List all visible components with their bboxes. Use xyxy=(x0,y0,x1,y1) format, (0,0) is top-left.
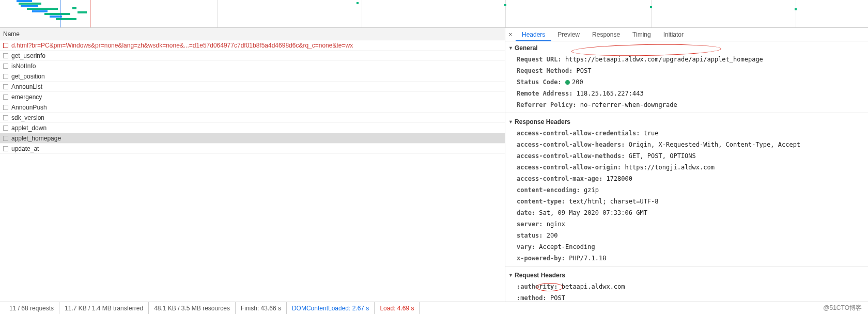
file-icon xyxy=(3,146,8,151)
status-finish: Finish: 43.66 s xyxy=(236,302,287,314)
response-header-row: access-control-max-age: 1728000 xyxy=(505,173,868,184)
response-header-row: content-type: text/html; charset=UTF-8 xyxy=(505,196,868,207)
response-header-row: access-control-allow-headers: Origin, X-… xyxy=(505,139,868,150)
file-icon xyxy=(3,84,8,89)
file-icon xyxy=(3,53,8,58)
response-header-row: content-encoding: gzip xyxy=(505,184,868,196)
tab-initiator[interactable]: Initiator xyxy=(657,28,690,41)
request-name: get_userinfo xyxy=(11,52,45,59)
close-icon[interactable]: × xyxy=(505,31,516,38)
tab-preview[interactable]: Preview xyxy=(551,28,586,41)
response-header-row: access-control-allow-credentials: true xyxy=(505,128,868,139)
response-header-row: status: 200 xyxy=(505,230,868,241)
request-row[interactable]: sdk_version xyxy=(0,113,505,123)
details-tab-bar: × HeadersPreviewResponseTimingInitiator xyxy=(505,28,868,41)
request-name: update_at xyxy=(11,145,39,152)
request-name: isNotInfo xyxy=(11,62,36,70)
request-name: sdk_version xyxy=(11,114,44,121)
response-header-row: vary: Accept-Encoding xyxy=(505,241,868,253)
response-header-row: date: Sat, 09 May 2020 07:33:06 GMT xyxy=(505,207,868,218)
status-domcontentloaded: DOMContentLoaded: 2.67 s xyxy=(287,302,375,314)
request-name: AnnounPush xyxy=(11,104,47,111)
watermark: @51CTO博客 xyxy=(823,304,862,312)
request-row[interactable]: applet_down xyxy=(0,123,505,133)
file-icon xyxy=(3,43,8,48)
request-row[interactable]: get_userinfo xyxy=(0,51,505,61)
tab-response[interactable]: Response xyxy=(586,28,626,41)
network-request-table: Name d.html?br=PC&pm=Windows&pr=none&lan… xyxy=(0,28,505,302)
general-request-method: Request Method: POST xyxy=(505,65,868,76)
request-name: d.html?br=PC&pm=Windows&pr=none&lang=zh&… xyxy=(11,42,353,49)
file-icon xyxy=(3,125,8,131)
request-header-row: :authority: betaapi.aldwx.com xyxy=(505,281,868,292)
tab-headers[interactable]: Headers xyxy=(516,28,551,41)
column-header-name[interactable]: Name xyxy=(0,28,505,40)
response-header-row: access-control-allow-methods: GET, POST,… xyxy=(505,150,868,162)
section-response-headers[interactable]: Response Headers xyxy=(505,115,868,128)
request-row[interactable]: isNotInfo xyxy=(0,61,505,71)
request-row[interactable]: applet_homepage xyxy=(0,133,505,144)
response-header-row: x-powered-by: PHP/7.1.18 xyxy=(505,253,868,264)
request-row[interactable]: AnnounPush xyxy=(0,102,505,113)
file-icon xyxy=(3,136,8,141)
file-icon xyxy=(3,115,8,120)
section-request-headers[interactable]: Request Headers xyxy=(505,269,868,281)
status-requests: 11 / 68 requests xyxy=(4,302,59,314)
tab-timing[interactable]: Timing xyxy=(626,28,657,41)
request-row[interactable]: AnnounList xyxy=(0,82,505,92)
request-header-row: :method: POST xyxy=(505,292,868,302)
request-details-pane: × HeadersPreviewResponseTimingInitiator … xyxy=(505,28,868,302)
request-name: AnnounList xyxy=(11,83,42,90)
request-name: emergency xyxy=(11,93,42,101)
request-row[interactable]: update_at xyxy=(0,144,505,154)
request-name: applet_homepage xyxy=(11,135,61,142)
file-icon xyxy=(3,74,8,79)
status-transferred: 11.7 KB / 1.4 MB transferred xyxy=(59,302,149,314)
request-row[interactable]: get_position xyxy=(0,71,505,82)
general-status-code: Status Code: 200 xyxy=(505,76,868,88)
section-general[interactable]: General xyxy=(505,41,868,54)
status-dot-icon xyxy=(565,80,570,85)
response-header-row: access-control-allow-origin: https://ton… xyxy=(505,162,868,173)
file-icon xyxy=(3,95,8,100)
request-row[interactable]: d.html?br=PC&pm=Windows&pr=none&lang=zh&… xyxy=(0,40,505,51)
general-request-url: Request URL: https://betaapi.aldwx.com/u… xyxy=(505,54,868,65)
file-icon xyxy=(3,64,8,69)
general-referrer-policy: Referrer Policy: no-referrer-when-downgr… xyxy=(505,99,868,111)
status-load: Load: 4.69 s xyxy=(375,302,420,314)
status-resources: 48.1 KB / 3.5 MB resources xyxy=(149,302,236,314)
waterfall-overview[interactable] xyxy=(0,0,868,28)
response-header-row: server: nginx xyxy=(505,218,868,230)
request-name: applet_down xyxy=(11,124,47,132)
file-icon xyxy=(3,105,8,110)
request-name: get_position xyxy=(11,73,45,80)
request-row[interactable]: emergency xyxy=(0,92,505,102)
general-remote-address: Remote Address: 118.25.165.227:443 xyxy=(505,88,868,99)
network-status-bar: 11 / 68 requests 11.7 KB / 1.4 MB transf… xyxy=(0,302,868,314)
